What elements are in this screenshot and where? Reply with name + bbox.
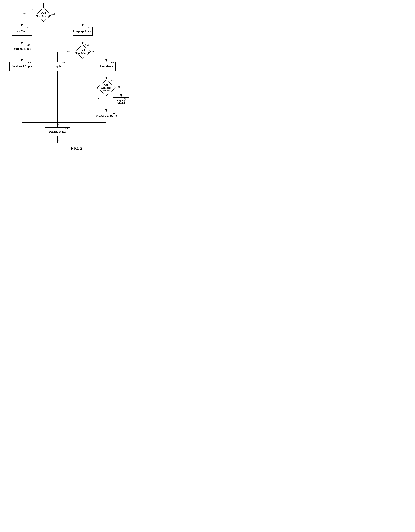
label-214: 214 xyxy=(85,44,89,47)
entry-arrow: ↓ xyxy=(42,0,44,4)
label-210: 210 xyxy=(65,127,69,129)
no-label-214: No xyxy=(67,50,69,53)
label-208: 208 xyxy=(28,61,31,64)
fig-label: FIG. 2 xyxy=(71,146,82,151)
label-202: 202 xyxy=(31,8,35,11)
label-212: 212 xyxy=(88,26,91,29)
box-204: Fast Match xyxy=(12,27,32,36)
label-206: 206 xyxy=(26,44,30,47)
diamond-220: CallLanguageModel? xyxy=(97,80,116,96)
yes-label-214: Yes xyxy=(92,50,95,53)
yes-label-220: Yes xyxy=(117,86,120,88)
flowchart-diagram: CallFast Match? 202 Yes No Fast Match 20… xyxy=(0,0,133,165)
diamond-202: CallFast Match? xyxy=(35,8,52,22)
diamond-214: CallFast Match? xyxy=(75,45,91,59)
label-224: 224 xyxy=(113,112,116,114)
label-222: 222 xyxy=(124,97,128,99)
label-216: 216 xyxy=(61,61,65,64)
label-220: 220 xyxy=(111,79,114,82)
yes-label-202: Yes xyxy=(22,12,26,15)
no-label-220: No xyxy=(98,97,100,100)
no-label-202: No xyxy=(52,12,55,15)
label-218: 218 xyxy=(110,61,114,64)
label-204: 204 xyxy=(25,26,28,29)
